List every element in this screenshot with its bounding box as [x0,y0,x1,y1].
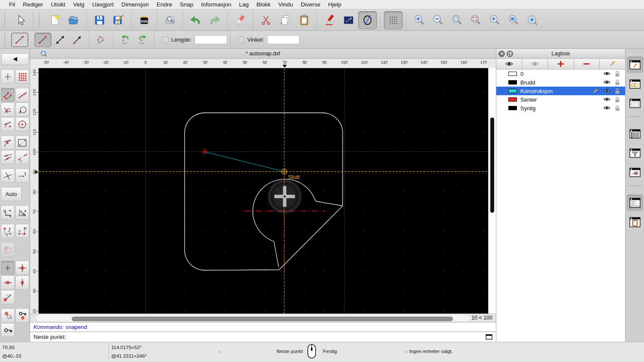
snap-free-button[interactable] [1,69,15,84]
toolbar-handle[interactable] [4,13,9,27]
zoom-previous-button[interactable] [485,11,504,29]
layer-visibility-icon[interactable] [603,88,611,95]
menu-item[interactable]: Endre [153,1,176,8]
menu-item[interactable]: Utsikt [47,1,70,8]
snap-intersection-manual-button[interactable]: ! [15,169,29,183]
layer-lock-icon[interactable] [615,105,620,112]
select-entity-snap-button[interactable] [1,308,15,323]
restrict-horizontal-button[interactable] [1,275,15,290]
redo-segment-button[interactable] [134,33,151,47]
snap-distance-points-button[interactable]: 12 [15,150,29,164]
snap-middle-button[interactable] [1,136,15,150]
toolbar-handle[interactable] [4,33,9,47]
line-double-arrow-button[interactable] [52,33,69,47]
print-preview-button[interactable] [161,11,179,29]
menu-item[interactable]: Fil [5,1,19,8]
polyline-button[interactable] [93,33,110,47]
layer-row[interactable]: Synlig [496,104,625,112]
snap-center-button[interactable] [15,117,29,131]
current-tool-line-button[interactable] [11,33,28,47]
horizontal-scrollbar[interactable] [36,315,470,321]
snap-distance-manual-button[interactable] [1,150,15,164]
snap-grid-button[interactable] [15,69,29,84]
menu-item[interactable]: Diverse [297,1,325,8]
drawing-canvas[interactable]: Slutt [39,68,488,314]
add-layer-button[interactable] [548,59,574,69]
menu-item[interactable]: Blokk [252,1,274,8]
zoom-window-button[interactable] [504,11,523,29]
layer-row[interactable]: Brudd [496,78,625,87]
edit-layer-button[interactable] [600,59,625,69]
redo-button[interactable] [205,11,224,29]
save-button[interactable] [90,11,109,29]
zoom-auto-button[interactable] [447,11,466,29]
coordinate-cartesian-button[interactable]: yx [1,205,15,220]
line-single-arrow-button[interactable] [69,33,86,47]
layer-list-dock-button[interactable] [627,57,643,73]
layer-visibility-icon[interactable] [603,97,611,103]
restrict-vertical-first-button[interactable]: 12 [15,224,29,238]
snap-endpoints-button[interactable] [1,88,15,102]
length-checkbox[interactable] [162,36,169,43]
hide-all-layers-button[interactable] [522,59,548,69]
layer-lock-icon[interactable] [615,79,620,87]
angle-checkbox[interactable] [238,36,245,43]
zoom-selection-button[interactable] [466,11,485,29]
new-document-button[interactable] [46,11,64,29]
menu-item[interactable]: Snap [176,1,197,8]
snap-intersection-button[interactable] [1,169,15,183]
snap-circle-point-button[interactable] [15,103,29,117]
layer-lock-icon[interactable] [615,97,620,104]
open-file-button[interactable] [64,11,83,29]
erase-button[interactable] [231,11,250,29]
restrict-horizontal-first-button[interactable]: 12 [1,224,15,238]
snap-relative-crosshair-button[interactable] [15,261,29,275]
float-panel-icon[interactable] [507,51,513,57]
remove-layer-button[interactable] [574,59,600,69]
close-panel-icon[interactable] [498,51,505,57]
lock-relative-zero-button[interactable] [15,308,29,323]
draw-pencil-button[interactable] [320,11,339,29]
selection-box-button[interactable] [339,11,358,29]
snap-intersection-auto-button[interactable] [1,103,15,117]
selection-filter-dock-button[interactable] [627,145,643,161]
snap-on-entity-button[interactable] [15,88,29,102]
clipboard-dock-button[interactable] [627,214,643,230]
menu-item[interactable]: Dimensjon [118,1,153,8]
layer-visibility-icon[interactable] [603,105,611,112]
zoom-out-button[interactable] [428,11,447,29]
layer-row[interactable]: 0 [496,69,625,78]
vertical-scrollbar-thumb[interactable] [490,118,494,213]
layer-row[interactable]: Konstruksjon [496,87,625,95]
command-history-row[interactable]: Kommando: snapend [30,322,496,332]
horizontal-scrollbar-thumb[interactable] [72,317,453,321]
menu-item[interactable]: Lag [235,1,253,8]
draft-mode-button[interactable] [358,11,377,29]
layer-lock-icon[interactable] [615,88,620,95]
set-relative-zero-button[interactable] [1,261,15,275]
library-browser-dock-button[interactable] [627,95,643,112]
pen-palette-dock-button[interactable] [627,164,643,181]
detach-command-widget-icon[interactable] [486,334,492,341]
line-two-points-button[interactable] [34,33,52,47]
grid-toggle-button[interactable] [384,11,403,29]
menu-item[interactable]: Uavgjort [88,1,118,8]
undo-button[interactable] [186,11,205,29]
restrict-vertical-button[interactable] [15,275,29,290]
layer-visibility-icon[interactable] [603,71,611,78]
vertical-scrollbar[interactable] [488,68,496,314]
show-all-layers-button[interactable] [496,59,522,69]
toolbar-handle[interactable] [39,13,44,27]
layer-row[interactable]: Senter [496,95,625,104]
zoom-in-button[interactable] [410,11,428,29]
select-pointer-button[interactable] [11,11,30,29]
cut-button[interactable] [257,11,276,29]
entity-list-dock-button[interactable] [627,126,643,142]
undo-segment-button[interactable] [117,33,134,47]
layer-visibility-icon[interactable] [603,79,611,86]
zoom-pan-button[interactable] [523,11,542,29]
restrict-angle-button[interactable] [1,290,15,304]
snap-auto-button[interactable]: Auto [1,187,21,201]
snap-restriction-box-button[interactable] [15,136,29,150]
back-button[interactable] [1,53,29,65]
